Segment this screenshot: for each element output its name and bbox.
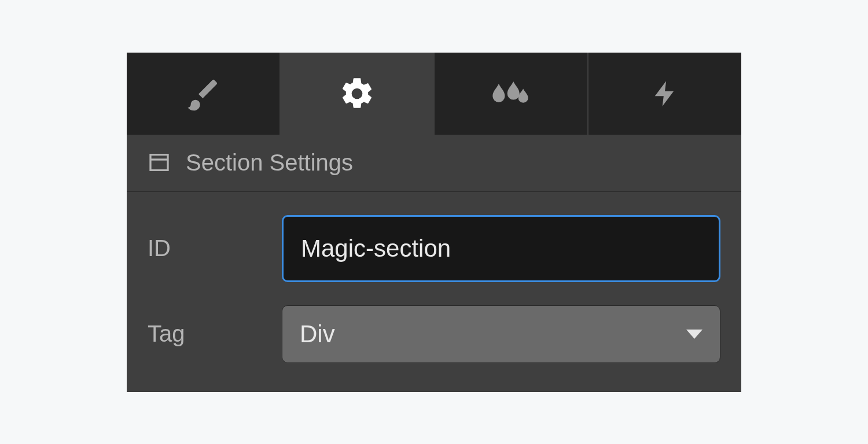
tag-label: Tag (148, 321, 282, 347)
section-header: Section Settings (127, 135, 741, 192)
gear-icon (339, 75, 376, 112)
form-body: ID Tag Div (127, 192, 741, 392)
tab-effects[interactable] (433, 53, 587, 135)
id-label: ID (148, 235, 282, 261)
tag-select[interactable]: Div (282, 305, 720, 363)
row-id: ID (148, 215, 720, 282)
bolt-icon (650, 75, 680, 112)
tab-settings[interactable] (279, 53, 433, 135)
tab-style[interactable] (127, 53, 279, 135)
panel-tabbar (127, 53, 741, 135)
section-title: Section Settings (186, 150, 353, 176)
caret-down-icon (686, 330, 703, 339)
id-input[interactable] (282, 215, 720, 282)
droplets-icon (489, 75, 533, 112)
settings-panel: Section Settings ID Tag Div (127, 53, 741, 392)
brush-icon (185, 75, 222, 112)
row-tag: Tag Div (148, 305, 720, 363)
section-icon (148, 151, 171, 174)
tab-interactions[interactable] (587, 53, 741, 135)
tag-selected-value: Div (300, 320, 335, 348)
